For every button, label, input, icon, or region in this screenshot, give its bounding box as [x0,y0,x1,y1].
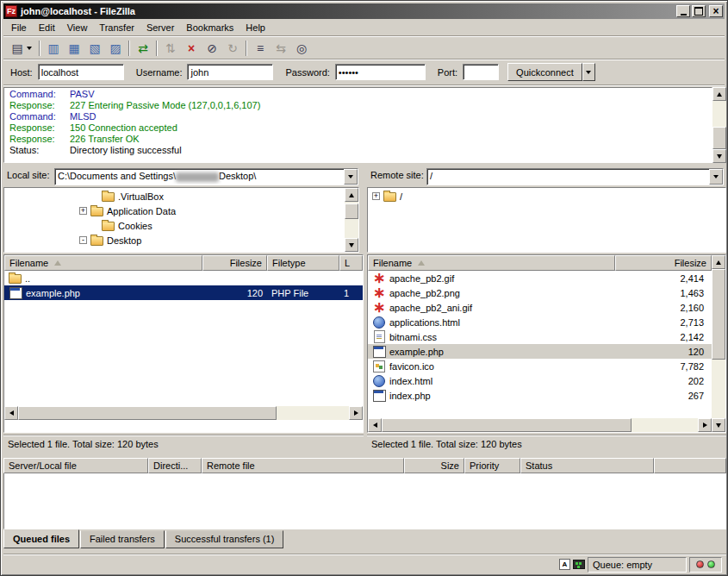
scroll-up-icon[interactable] [712,87,726,101]
toggle-local-tree-icon[interactable]: ▦ [65,40,84,57]
scroll-left-icon[interactable] [4,406,18,420]
collapse-icon[interactable]: - [79,236,87,244]
directory-listing-filters-icon[interactable]: ≡ [251,40,270,57]
quickconnect-button[interactable]: Quickconnect [507,63,582,81]
port-input[interactable] [463,64,499,80]
menu-server[interactable]: Server [140,21,180,34]
disconnect-icon[interactable]: ⊘ [202,40,221,57]
host-input[interactable] [38,64,124,80]
column-header-size[interactable]: Size [404,458,464,473]
password-input[interactable] [335,64,426,80]
css-file-icon [372,330,386,343]
scrollbar-thumb[interactable] [345,203,358,219]
tree-item-desktop[interactable]: - Desktop [4,233,345,247]
scrollbar-thumb[interactable] [18,406,277,420]
combo-dropdown-icon[interactable] [344,169,358,185]
menu-edit[interactable]: Edit [33,21,61,34]
remote-list-vscrollbar[interactable] [712,255,725,432]
menu-bookmarks[interactable]: Bookmarks [180,21,240,34]
list-row[interactable]: applications.html 2,713 [368,315,712,329]
log-scrollbar[interactable] [712,87,726,163]
log-line: Command:PASV [9,89,712,100]
port-label: Port: [438,67,457,78]
cancel-icon[interactable]: × [182,40,201,57]
remote-directory-tree: + / [367,187,726,253]
list-row[interactable]: apache_pb2_ani.gif 2,160 [368,300,712,315]
local-directory-tree: .VirtualBox + Application Data Cookies -… [3,187,359,253]
local-site-combo[interactable]: C:\Documents and Settings\Desktop\ [54,168,358,185]
column-header-server-local-file[interactable]: Server/Local file [3,458,148,473]
list-row[interactable]: apache_pb2.gif 2,414 [368,271,712,285]
scroll-down-icon[interactable] [345,238,358,252]
column-header-priority[interactable]: Priority [464,458,520,473]
remote-list-hscrollbar[interactable] [368,418,712,432]
tree-item-virtualbox[interactable]: .VirtualBox [4,189,345,203]
toggle-remote-tree-icon[interactable]: ▧ [85,40,104,57]
column-header-modified[interactable]: L [339,255,363,271]
local-tree-scrollbar[interactable] [345,188,358,252]
remote-file-list: Filename Filesize apache_pb2.gif 2,414 a… [367,254,726,433]
column-header-status[interactable]: Status [520,458,654,473]
column-header-filename[interactable]: Filename [4,255,202,271]
scrollbar-thumb[interactable] [712,269,725,360]
directory-comparison-icon[interactable]: ⇆ [271,40,290,57]
scrollbar-thumb[interactable] [712,127,726,149]
username-input[interactable] [187,64,273,80]
toggle-message-log-icon[interactable]: ▥ [44,40,63,57]
list-row[interactable]: bitnami.css 2,142 [368,329,712,344]
queue-list-empty[interactable] [3,473,726,529]
quickconnect-dropdown-icon[interactable] [582,63,595,81]
menu-help[interactable]: Help [240,21,271,34]
column-header-filesize[interactable]: Filesize [615,255,712,271]
scroll-down-icon[interactable] [712,418,725,432]
list-row[interactable]: apache_pb2.png 1,463 [368,285,712,300]
combo-dropdown-icon[interactable] [709,169,723,185]
reconnect-icon[interactable]: ↻ [223,40,242,57]
process-queue-icon[interactable]: ⇅ [161,40,180,57]
column-header-filesize[interactable]: Filesize [202,255,267,271]
scrollbar-thumb[interactable] [382,418,632,432]
scroll-right-icon[interactable] [698,418,712,432]
list-row[interactable]: favicon.ico 7,782 [368,359,712,373]
scroll-up-icon[interactable] [712,255,725,269]
queue-header: Server/Local file Directi... Remote file… [3,458,726,473]
refresh-icon[interactable]: ⇄ [134,40,152,57]
tree-item-root[interactable]: + / [372,189,725,203]
remote-site-combo[interactable]: / [426,168,724,185]
menu-file[interactable]: File [5,21,33,34]
tree-item-application-data[interactable]: + Application Data [4,203,345,218]
site-manager-icon[interactable]: ▤ [8,40,35,57]
list-row-selected[interactable]: example.php 120 [368,344,712,359]
list-row-example-php[interactable]: example.php 120 PHP File 1 [4,285,363,300]
log-line: Command:MLSD [9,111,712,122]
tree-item-cookies[interactable]: Cookies [4,218,345,233]
log-line: Response:227 Entering Passive Mode (127,… [9,100,712,111]
column-header-filetype[interactable]: Filetype [267,255,339,271]
expand-icon[interactable]: + [372,192,380,200]
close-button[interactable] [709,5,723,17]
column-header-filename[interactable]: Filename [368,255,615,271]
scroll-down-icon[interactable] [712,149,726,163]
local-list-hscrollbar[interactable] [4,406,363,420]
menu-view[interactable]: View [61,21,94,34]
file-search-icon[interactable]: ◎ [292,40,311,57]
tab-queued-files[interactable]: Queued files [3,529,79,548]
local-selection-status: Selected 1 file. Total size: 120 bytes [3,435,364,452]
column-header-direction[interactable]: Directi... [148,458,202,473]
scroll-up-icon[interactable] [345,188,358,202]
toggle-queue-icon[interactable]: ▨ [106,40,125,57]
menu-transfer[interactable]: Transfer [93,21,140,34]
maximize-button[interactable] [692,5,706,17]
list-row[interactable]: index.php 267 [368,388,712,403]
scroll-right-icon[interactable] [349,406,363,420]
list-row[interactable]: index.html 202 [368,373,712,388]
minimize-button[interactable] [676,5,690,17]
php-file-icon [9,286,22,299]
scroll-left-icon[interactable] [368,418,382,432]
tab-successful-transfers[interactable]: Successful transfers (1) [165,530,284,548]
list-row-parent-dir[interactable]: .. [4,271,363,285]
expand-icon[interactable]: + [79,207,87,215]
column-header-remote-file[interactable]: Remote file [202,458,404,473]
tab-failed-transfers[interactable]: Failed transfers [80,530,165,548]
site-manager-dropdown-icon[interactable] [27,47,32,50]
